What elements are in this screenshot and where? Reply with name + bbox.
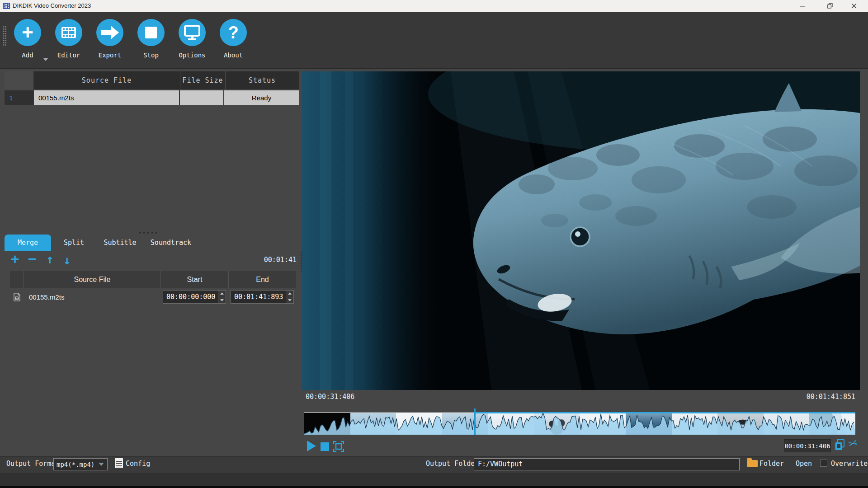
timeline-selection-line (475, 412, 855, 413)
timeline-playhead[interactable] (474, 408, 476, 435)
remove-clip-button[interactable]: − (28, 251, 36, 267)
title-bar[interactable]: DIKDIK Video Converter 2023 (0, 0, 868, 12)
timeline-end-time: 00:01:41:851 (720, 393, 855, 401)
close-button[interactable] (844, 0, 864, 12)
app-logo-icon (3, 2, 10, 9)
merge-header-icon-column (10, 271, 24, 288)
header-status: Status (225, 71, 299, 89)
export-button[interactable]: Export (90, 19, 130, 59)
timeline[interactable] (304, 412, 855, 435)
merge-row[interactable]: 00155.m2ts 00:00:00:000 00:01:41:893 (10, 288, 296, 306)
main-toolbar: + Add Editor Export Stop (0, 12, 868, 69)
app-window: { "window": {"title": "DIKDIK Video Conv… (0, 0, 868, 488)
output-folder-label: Output Folder (426, 460, 479, 468)
end-time-spinner[interactable]: 00:01:41:893 (231, 290, 294, 304)
start-time-value: 00:00:00:000 (163, 291, 218, 303)
editor-button[interactable]: Editor (48, 19, 89, 59)
filmstrip-icon (61, 27, 76, 38)
merge-header-end: End (228, 271, 296, 288)
start-spin-up-icon[interactable] (218, 291, 226, 297)
row-file-size (179, 90, 223, 105)
overwrite-label: Overwrite (831, 460, 868, 468)
window-title: DIKDIK Video Converter 2023 (13, 0, 91, 12)
stop-playback-button[interactable] (321, 442, 329, 451)
snapshot-icon[interactable] (835, 439, 845, 451)
bottom-band (0, 473, 868, 486)
header-index-column (5, 71, 33, 89)
tab-split[interactable]: Split (51, 235, 97, 251)
add-button[interactable]: + Add (7, 19, 48, 59)
horizontal-splitter-handle[interactable] (138, 231, 158, 234)
header-file-size: File Size (180, 71, 225, 89)
audio-waveform (304, 412, 855, 435)
arrow-right-icon (100, 23, 120, 42)
current-position-field[interactable]: 00:00:31:406 (784, 439, 831, 452)
end-time-value: 00:01:41:893 (231, 291, 286, 303)
table-row[interactable]: 1 00155.m2ts Ready (5, 90, 299, 105)
folder-icon[interactable] (747, 460, 758, 467)
start-time-spinner[interactable]: 00:00:00:000 (163, 290, 226, 304)
options-button-label: Options (172, 52, 212, 59)
monitor-icon (183, 24, 201, 41)
output-format-value: mp4(*.mp4) (54, 461, 99, 468)
stop-button[interactable]: Stop (131, 19, 171, 59)
chevron-down-icon (99, 463, 104, 466)
toolbar-grip-handle[interactable] (3, 26, 7, 46)
open-button-label[interactable]: Open (796, 460, 812, 468)
export-button-label: Export (90, 52, 130, 59)
about-button-label: About (213, 52, 254, 59)
merge-table-header: Source File Start End (10, 271, 296, 288)
timeline-start-time: 00:00:31:406 (306, 393, 354, 401)
video-file-icon (14, 293, 20, 301)
fullscreen-button[interactable] (333, 441, 344, 452)
about-button[interactable]: ? About (213, 19, 254, 59)
tab-subtitle[interactable]: Subtitle (97, 235, 143, 251)
bottom-edge (0, 486, 868, 488)
timeline-progress-line (304, 412, 475, 413)
play-button[interactable] (307, 441, 316, 451)
folder-button-label[interactable]: Folder (760, 460, 784, 468)
row-index: 1 (5, 90, 33, 105)
video-frame-shark (302, 71, 860, 390)
config-label[interactable]: Config (126, 460, 150, 468)
row-status: Ready (223, 90, 299, 105)
merge-row-source-file: 00155.m2ts (24, 293, 160, 301)
config-icon[interactable] (115, 458, 123, 468)
output-format-label: Output Format (6, 460, 59, 468)
end-spin-down-icon[interactable] (286, 297, 293, 304)
merge-header-source-file: Source File (24, 271, 160, 288)
tab-merge[interactable]: Merge (5, 235, 51, 251)
merge-header-start: Start (160, 271, 228, 288)
plus-icon: + (22, 23, 33, 42)
minimize-button[interactable] (792, 0, 813, 12)
overwrite-checkbox[interactable] (820, 460, 827, 467)
start-spin-down-icon[interactable] (218, 297, 226, 304)
source-file-table: Source File File Size Status 1 00155.m2t… (5, 71, 299, 231)
end-spin-up-icon[interactable] (286, 291, 293, 297)
output-format-select[interactable]: mp4(*.mp4) (53, 458, 108, 470)
merge-table: Source File Start End 00155.m2ts 00:00:0… (10, 271, 296, 306)
tab-soundtrack[interactable]: Soundtrack (143, 235, 198, 251)
row-source-file: 00155.m2ts (33, 90, 179, 105)
move-down-button[interactable]: ↓ (63, 253, 71, 267)
move-up-button[interactable]: ↑ (46, 252, 53, 267)
editor-button-label: Editor (48, 52, 89, 59)
clip-editor-tabs: Merge Split Subtitle Soundtrack (5, 235, 198, 251)
restore-button[interactable] (820, 0, 840, 12)
header-source-file: Source File (33, 71, 180, 89)
add-clip-button[interactable]: + (11, 251, 19, 267)
add-dropdown-caret-icon[interactable] (43, 58, 48, 61)
question-icon: ? (228, 23, 238, 42)
stop-square-icon (145, 27, 157, 38)
stop-button-label: Stop (131, 52, 171, 59)
total-duration: 00:01:41 (244, 256, 297, 264)
add-button-label: Add (7, 52, 48, 59)
source-file-table-header: Source File File Size Status (5, 71, 299, 89)
scissors-icon[interactable]: ✂ (847, 436, 858, 451)
video-preview[interactable] (302, 71, 860, 390)
options-button[interactable]: Options (172, 19, 212, 59)
output-folder-input[interactable]: F:/VWOutput (474, 458, 740, 470)
